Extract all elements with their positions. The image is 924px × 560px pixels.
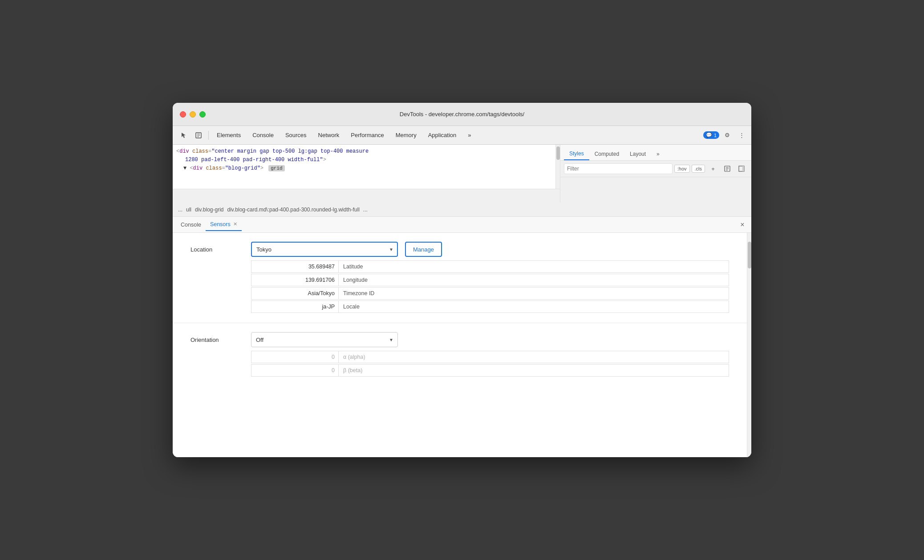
breadcrumb-blog-card[interactable]: div.blog-card.md\:pad-400.pad-300.rounde…	[226, 207, 361, 213]
breadcrumb-ellipsis-left[interactable]: ...	[176, 207, 184, 213]
tab-layout[interactable]: Layout	[624, 148, 651, 160]
locale-label: Locale	[338, 300, 729, 313]
orientation-select[interactable]: Off	[251, 332, 398, 347]
locale-row: ja-JP Locale	[251, 300, 729, 313]
tab-memory[interactable]: Memory	[390, 128, 422, 142]
filter-input[interactable]	[564, 163, 673, 174]
devtools-tab-actions: 💬 1 ⚙ ⋮	[703, 129, 748, 142]
html-line-1: <div class="center margin gap top-500 lg…	[176, 147, 552, 156]
breadcrumb-ull[interactable]: ull	[184, 207, 193, 213]
cursor-icon[interactable]	[176, 128, 190, 142]
drawer-tab-sensors[interactable]: Sensors ✕	[206, 219, 242, 231]
latitude-row: 35.689487 Latitude	[251, 260, 729, 273]
breadcrumb: ... ull div.blog-grid div.blog-card.md\:…	[173, 203, 751, 217]
titlebar: DevTools - developer.chrome.com/tags/dev…	[173, 103, 751, 126]
tab-network[interactable]: Network	[313, 128, 345, 142]
sensors-tab-close[interactable]: ✕	[233, 221, 237, 227]
beta-value: 0	[251, 364, 338, 377]
orientation-fields: 0 α (alpha) 0 β (beta)	[251, 351, 729, 377]
tab-console[interactable]: Console	[247, 128, 279, 142]
more-options-button[interactable]: ⋮	[735, 129, 748, 142]
html-scrollbar[interactable]	[555, 145, 560, 189]
inspect-icon[interactable]	[191, 128, 206, 142]
alpha-label: α (alpha)	[338, 351, 729, 363]
orientation-label: Orientation	[190, 337, 244, 343]
location-row: Location Tokyo Manage	[190, 242, 729, 257]
styles-tab-bar: Styles Computed Layout »	[560, 145, 751, 161]
styles-toolbar: :hov .cls +	[560, 161, 751, 177]
breadcrumb-blog-grid[interactable]: div.blog-grid	[193, 207, 225, 213]
alpha-value: 0	[251, 351, 338, 363]
inspector-stylesheet-button[interactable]	[721, 162, 734, 175]
beta-row: 0 β (beta)	[251, 364, 729, 377]
hov-button[interactable]: :hov	[674, 165, 690, 173]
chat-icon: 💬	[706, 132, 712, 138]
tab-overflow[interactable]: »	[462, 128, 476, 142]
drawer-layout: Location Tokyo Manage 35.689487 Latitude	[173, 233, 751, 457]
drawer-tab-bar: Console Sensors ✕ ×	[173, 217, 751, 233]
grid-badge[interactable]: grid	[268, 165, 284, 171]
add-style-button[interactable]: +	[707, 162, 719, 175]
tab-performance[interactable]: Performance	[345, 128, 389, 142]
drawer: Console Sensors ✕ × Location Tok	[173, 217, 751, 457]
longitude-row: 139.691706 Longitude	[251, 274, 729, 286]
html-panel: <div class="center margin gap top-500 lg…	[173, 145, 560, 189]
traffic-lights	[180, 111, 206, 118]
orientation-section: Orientation Off 0 α (alpha)	[173, 323, 747, 386]
sidebar-toggle-button[interactable]	[735, 162, 748, 175]
tab-elements[interactable]: Elements	[211, 128, 246, 142]
location-section: Location Tokyo Manage 35.689487 Latitude	[173, 233, 747, 323]
svg-rect-3	[742, 166, 744, 171]
html-line-2: 1280 pad-left-400 pad-right-400 width-fu…	[176, 156, 552, 164]
manage-button[interactable]: Manage	[405, 242, 442, 257]
longitude-value: 139.691706	[251, 274, 338, 286]
sensors-content: Location Tokyo Manage 35.689487 Latitude	[173, 233, 747, 457]
html-content: <div class="center margin gap top-500 lg…	[173, 145, 555, 189]
tab-sources[interactable]: Sources	[280, 128, 312, 142]
minimize-button[interactable]	[190, 111, 196, 118]
alpha-row: 0 α (alpha)	[251, 351, 729, 363]
devtools-window: DevTools - developer.chrome.com/tags/dev…	[173, 103, 751, 457]
styles-panel: Styles Computed Layout » :hov .cls +	[560, 145, 751, 203]
tab-separator	[208, 131, 209, 140]
timezone-label: Timezone ID	[338, 287, 729, 300]
drawer-scrollbar-thumb	[748, 242, 751, 268]
locale-value: ja-JP	[251, 300, 338, 313]
tab-styles-overflow[interactable]: »	[651, 148, 665, 160]
location-select[interactable]: Tokyo	[251, 242, 398, 257]
orientation-select-wrapper: Off	[251, 332, 398, 347]
tab-application[interactable]: Application	[423, 128, 462, 142]
notification-badge[interactable]: 💬 1	[703, 131, 719, 139]
latitude-value: 35.689487	[251, 260, 338, 273]
location-label: Location	[190, 246, 244, 253]
html-scrollbar-thumb	[556, 146, 560, 160]
drawer-tab-console[interactable]: Console	[176, 219, 206, 231]
beta-label: β (beta)	[338, 364, 729, 377]
drawer-scrollbar[interactable]	[747, 233, 751, 457]
timezone-value: Asia/Tokyo	[251, 287, 338, 300]
orientation-row: Orientation Off	[190, 332, 729, 347]
window-title: DevTools - developer.chrome.com/tags/dev…	[400, 111, 524, 118]
maximize-button[interactable]	[199, 111, 206, 118]
location-fields: 35.689487 Latitude 139.691706 Longitude …	[251, 260, 729, 313]
cls-button[interactable]: .cls	[692, 165, 705, 173]
location-select-wrapper: Tokyo	[251, 242, 398, 257]
settings-button[interactable]: ⚙	[721, 129, 734, 142]
longitude-label: Longitude	[338, 274, 729, 286]
drawer-close-button[interactable]: ×	[737, 219, 748, 230]
html-line-3: ▼ <div class="blog-grid"> grid	[176, 164, 552, 173]
close-button[interactable]	[180, 111, 186, 118]
tab-computed[interactable]: Computed	[589, 148, 624, 160]
panel-split: <div class="center margin gap top-500 lg…	[173, 145, 751, 203]
devtools-tab-bar: Elements Console Sources Network Perform…	[173, 126, 751, 145]
tab-styles[interactable]: Styles	[564, 148, 589, 160]
breadcrumb-ellipsis-right[interactable]: ...	[361, 207, 369, 213]
timezone-row: Asia/Tokyo Timezone ID	[251, 287, 729, 300]
latitude-label: Latitude	[338, 260, 729, 273]
